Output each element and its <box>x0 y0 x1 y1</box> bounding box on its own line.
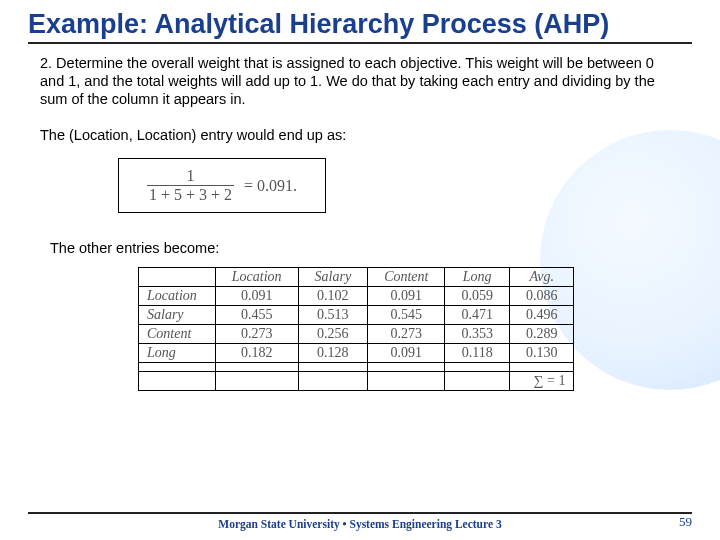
sum-cell: ∑ = 1 <box>509 372 574 391</box>
cell: 0.091 <box>368 287 445 306</box>
cell: 0.102 <box>298 287 368 306</box>
weights-table: Location Salary Content Long Avg. Locati… <box>138 267 574 391</box>
footer-text: Morgan State University • Systems Engine… <box>28 518 692 530</box>
paragraph-example-intro: The (Location, Location) entry would end… <box>40 126 680 144</box>
cell: 0.471 <box>445 306 510 325</box>
cell: 0.086 <box>509 287 574 306</box>
row-header: Long <box>139 344 216 363</box>
weights-table-wrap: Location Salary Content Long Avg. Locati… <box>138 267 692 391</box>
table-sum-row: ∑ = 1 <box>139 372 574 391</box>
col-header: Location <box>215 268 298 287</box>
row-header: Content <box>139 325 216 344</box>
table-row: Location 0.091 0.102 0.091 0.059 0.086 <box>139 287 574 306</box>
cell: 0.455 <box>215 306 298 325</box>
cell: 0.289 <box>509 325 574 344</box>
cell: 0.128 <box>298 344 368 363</box>
row-header: Location <box>139 287 216 306</box>
fraction: 1 1 + 5 + 3 + 2 <box>147 167 234 204</box>
col-header: Content <box>368 268 445 287</box>
cell: 0.059 <box>445 287 510 306</box>
table-spacer-row <box>139 363 574 372</box>
sum-empty <box>368 372 445 391</box>
table-corner <box>139 268 216 287</box>
table-row: Content 0.273 0.256 0.273 0.353 0.289 <box>139 325 574 344</box>
cell: 0.353 <box>445 325 510 344</box>
col-header: Salary <box>298 268 368 287</box>
cell: 0.256 <box>298 325 368 344</box>
sum-empty <box>298 372 368 391</box>
slide-footer: Morgan State University • Systems Engine… <box>28 498 692 530</box>
col-header: Long <box>445 268 510 287</box>
row-header: Salary <box>139 306 216 325</box>
table-row: Long 0.182 0.128 0.091 0.118 0.130 <box>139 344 574 363</box>
paragraph-other-entries: The other entries become: <box>50 239 680 257</box>
cell: 0.118 <box>445 344 510 363</box>
page-number: 59 <box>679 514 692 530</box>
sum-empty <box>445 372 510 391</box>
cell: 0.273 <box>368 325 445 344</box>
col-header: Avg. <box>509 268 574 287</box>
cell: 0.273 <box>215 325 298 344</box>
formula-box: 1 1 + 5 + 3 + 2 = 0.091. <box>118 158 326 213</box>
table-header-row: Location Salary Content Long Avg. <box>139 268 574 287</box>
cell: 0.545 <box>368 306 445 325</box>
cell: 0.513 <box>298 306 368 325</box>
slide-content: Example: Analytical Hierarchy Process (A… <box>0 0 720 540</box>
sum-empty <box>139 372 216 391</box>
footer-rule <box>28 512 692 514</box>
cell: 0.182 <box>215 344 298 363</box>
slide-title: Example: Analytical Hierarchy Process (A… <box>28 10 692 40</box>
cell: 0.496 <box>509 306 574 325</box>
cell: 0.091 <box>215 287 298 306</box>
fraction-numerator: 1 <box>147 167 234 186</box>
sum-empty <box>215 372 298 391</box>
title-underline <box>28 42 692 44</box>
table-row: Salary 0.455 0.513 0.545 0.471 0.496 <box>139 306 574 325</box>
paragraph-step2: 2. Determine the overall weight that is … <box>40 54 680 108</box>
fraction-denominator: 1 + 5 + 3 + 2 <box>147 186 234 204</box>
cell: 0.091 <box>368 344 445 363</box>
cell: 0.130 <box>509 344 574 363</box>
formula-rhs: = 0.091. <box>244 177 297 194</box>
